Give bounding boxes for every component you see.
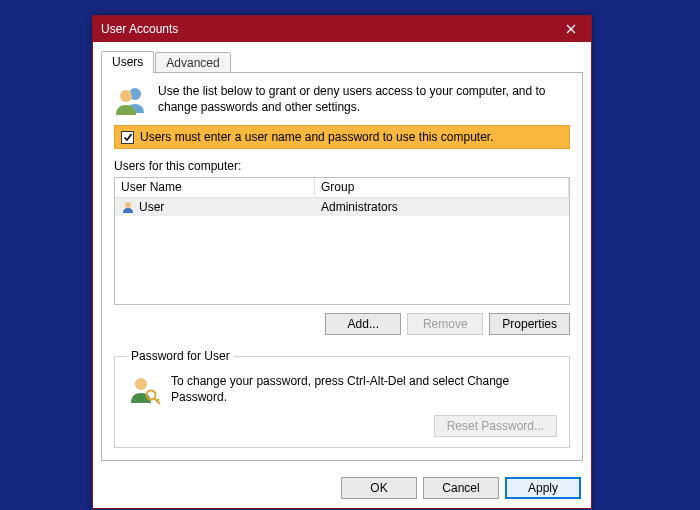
users-list-caption: Users for this computer: bbox=[114, 159, 570, 173]
svg-line-8 bbox=[157, 399, 159, 401]
column-group[interactable]: Group bbox=[315, 178, 569, 197]
users-list-header: User Name Group bbox=[115, 178, 569, 198]
add-button[interactable]: Add... bbox=[325, 313, 401, 335]
users-icon bbox=[114, 83, 148, 117]
cell-username-text: User bbox=[139, 200, 164, 214]
cell-username: User bbox=[115, 199, 315, 215]
remove-button: Remove bbox=[407, 313, 483, 335]
tabstrip: Users Advanced bbox=[101, 50, 583, 72]
password-button-row: Reset Password... bbox=[127, 415, 557, 437]
password-instruction: To change your password, press Ctrl-Alt-… bbox=[171, 373, 557, 405]
client-area: Users Advanced Use the list below to gra… bbox=[93, 42, 591, 469]
cancel-button[interactable]: Cancel bbox=[423, 477, 499, 499]
titlebar[interactable]: User Accounts bbox=[93, 16, 591, 42]
reset-password-button: Reset Password... bbox=[434, 415, 557, 437]
close-button[interactable] bbox=[551, 16, 591, 42]
ok-button[interactable]: OK bbox=[341, 477, 417, 499]
close-icon bbox=[566, 24, 576, 34]
user-buttons-row: Add... Remove Properties bbox=[114, 313, 570, 335]
require-login-label: Users must enter a user name and passwor… bbox=[140, 130, 494, 144]
key-user-icon bbox=[127, 373, 161, 407]
svg-point-3 bbox=[120, 90, 132, 102]
dialog-buttons: OK Cancel Apply bbox=[93, 469, 591, 509]
intro-row: Use the list below to grant or deny user… bbox=[114, 83, 570, 117]
users-list[interactable]: User Name Group User Administrators bbox=[114, 177, 570, 305]
user-accounts-window: User Accounts Users Advanced bbox=[92, 15, 592, 509]
tab-users-page: Use the list below to grant or deny user… bbox=[101, 72, 583, 461]
intro-text: Use the list below to grant or deny user… bbox=[158, 83, 570, 117]
check-icon bbox=[123, 132, 133, 142]
password-group-legend: Password for User bbox=[127, 349, 234, 363]
svg-point-5 bbox=[135, 378, 147, 390]
password-group: Password for User To change your passwor… bbox=[114, 349, 570, 448]
apply-button[interactable]: Apply bbox=[505, 477, 581, 499]
cell-group: Administrators bbox=[315, 199, 569, 215]
column-username[interactable]: User Name bbox=[115, 178, 315, 197]
list-item[interactable]: User Administrators bbox=[115, 198, 569, 216]
window-title: User Accounts bbox=[101, 22, 551, 36]
tab-advanced[interactable]: Advanced bbox=[155, 52, 230, 74]
password-row: To change your password, press Ctrl-Alt-… bbox=[127, 373, 557, 407]
svg-point-4 bbox=[125, 202, 131, 208]
properties-button[interactable]: Properties bbox=[489, 313, 570, 335]
user-icon bbox=[121, 200, 135, 214]
tab-users[interactable]: Users bbox=[101, 51, 154, 73]
require-login-row: Users must enter a user name and passwor… bbox=[114, 125, 570, 149]
require-login-checkbox[interactable] bbox=[121, 131, 134, 144]
